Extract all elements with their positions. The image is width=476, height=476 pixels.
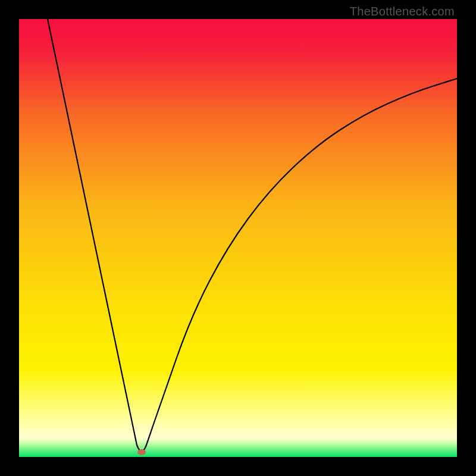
- bottleneck-curve: [48, 19, 457, 452]
- curve-layer: [19, 19, 457, 457]
- watermark-label: TheBottleneck.com: [350, 5, 455, 18]
- plot-area: [19, 19, 457, 457]
- minimum-marker: [137, 449, 146, 455]
- chart-container: TheBottleneck.com: [0, 0, 476, 476]
